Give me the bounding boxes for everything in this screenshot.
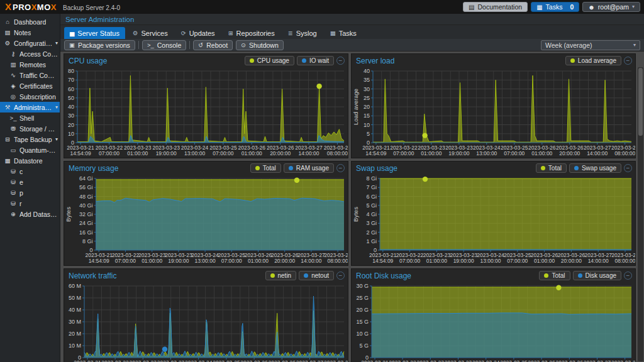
svg-text:14:00:00: 14:00:00 [587, 150, 608, 156]
sidebar-item-certificates[interactable]: ◈Certificates [0, 80, 60, 91]
sidebar-item-dashboard[interactable]: ⌂Dashboard [0, 16, 60, 27]
sidebar-item-quantum-lto8[interactable]: ▭Quantum-LTO8 [0, 145, 60, 155]
key-icon: ⚷ [9, 50, 17, 57]
tab-services[interactable]: ⚙Services [127, 27, 174, 39]
time-range-value: Week (average) [545, 41, 592, 49]
sidebar-item-shell[interactable]: >_Shell [0, 112, 60, 123]
chart-root-disk-usage: 05 G10 G15 G20 G25 G30 G2023-03-2114:54:… [352, 282, 635, 362]
vertical-scrollbar[interactable] [638, 67, 643, 361]
legend-total[interactable]: Total [250, 163, 281, 173]
legend-dot-icon [570, 58, 575, 63]
database-icon: ⛁ [9, 189, 17, 196]
legend-dot-icon [541, 166, 545, 170]
legend-swap-usage[interactable]: Swap usage [569, 163, 621, 173]
svg-text:20: 20 [68, 122, 74, 128]
sidebar-item-datastore[interactable]: ▦Datastore [0, 155, 60, 166]
documentation-button[interactable]: ▤ Documentation [463, 2, 528, 12]
svg-text:20:00:00: 20:00:00 [559, 150, 580, 156]
package-versions-button[interactable]: ▣Package versions [64, 40, 135, 50]
legend-load-average[interactable]: Load average [565, 56, 621, 65]
tab-repositories[interactable]: ⊞Repositories [223, 27, 280, 39]
svg-text:01:00:00: 01:00:00 [127, 150, 148, 156]
reboot-button[interactable]: ↺Reboot [193, 40, 233, 50]
sidebar-item-configuration[interactable]: ⚙Configuration▾ [0, 38, 60, 48]
svg-text:10: 10 [364, 122, 370, 128]
sidebar-item-access-control[interactable]: ⚷Access Control [0, 48, 60, 59]
database-icon: ⛁ [9, 178, 17, 185]
sidebar-item-label: Administration [14, 104, 53, 111]
legend-cpu-usage[interactable]: CPU usage [245, 56, 294, 65]
tab-updates[interactable]: ⟳Updates [175, 27, 221, 39]
legend-netout[interactable]: netout [299, 271, 334, 280]
tab-server-status[interactable]: ▅Server Status [64, 27, 125, 39]
legend-netin[interactable]: netin [265, 271, 297, 280]
shutdown-button[interactable]: ⊙Shutdown [236, 40, 284, 50]
svg-text:2 Gi: 2 Gi [366, 229, 377, 236]
legend-total[interactable]: Total [539, 271, 570, 280]
legend-ram-usage[interactable]: RAM usage [284, 163, 334, 173]
sidebar-item-r[interactable]: ⛁r [0, 198, 60, 209]
panel-title: Memory usage [69, 164, 118, 173]
sidebar-item-e[interactable]: ⛁e [0, 177, 60, 187]
traffic-chart-icon: ∿ [9, 72, 17, 79]
sidebar-item-add-datastore[interactable]: ⊕Add Datastore [0, 209, 60, 219]
time-range-select[interactable]: Week (average)▾ [541, 40, 640, 50]
console-button[interactable]: >_Console [142, 40, 186, 50]
sidebar-item-c[interactable]: ⛁c [0, 166, 60, 177]
sidebar-item-remotes[interactable]: ▥Remotes [0, 59, 60, 70]
sidebar-item-subscription[interactable]: ◎Subscription [0, 91, 60, 102]
sidebar-item-notes[interactable]: ▤Notes [0, 27, 60, 38]
svg-text:2023-03-21: 2023-03-21 [361, 359, 389, 362]
collapse-panel-icon[interactable]: − [336, 57, 345, 65]
svg-text:64 Gi: 64 Gi [79, 175, 93, 182]
tab-tasks[interactable]: ▦Tasks [325, 27, 362, 39]
gears-icon: ⚙ [4, 40, 11, 47]
svg-text:13:00:00: 13:00:00 [184, 150, 205, 156]
svg-text:15: 15 [364, 112, 370, 119]
svg-text:07:00:00: 07:00:00 [393, 150, 414, 156]
sidebar-item-administration[interactable]: ⚒Administration▾ [0, 102, 60, 112]
collapse-panel-icon[interactable]: − [336, 272, 345, 280]
chart-network-traffic: 010 M20 M30 M40 M50 M60 M2023-03-2114:54… [64, 282, 348, 362]
svg-text:2023-03-28: 2023-03-28 [611, 359, 635, 362]
sidebar-item-label: p [19, 189, 23, 197]
user-menu-button[interactable]: ☻ root@pam ▾ [582, 2, 640, 12]
user-icon: ☻ [588, 4, 595, 11]
legend-io-wait[interactable]: IO wait [297, 56, 334, 65]
legend-label: netout [311, 272, 329, 279]
legend-dot-icon [250, 58, 254, 63]
logo-letter: PRO [13, 3, 31, 12]
tab-syslog[interactable]: ≣Syslog [282, 27, 323, 39]
sidebar-item-label: Datastore [14, 157, 43, 165]
collapse-panel-icon[interactable]: − [624, 57, 632, 65]
expand-caret-icon[interactable]: ▾ [55, 104, 58, 110]
sidebar-item-p[interactable]: ⛁p [0, 187, 60, 198]
dashboard-icon: ⌂ [4, 18, 11, 25]
svg-text:2023-03-23: 2023-03-23 [157, 359, 185, 362]
svg-text:20 G: 20 G [356, 307, 369, 313]
expand-caret-icon[interactable]: ▾ [55, 40, 58, 46]
certificate-icon: ◈ [9, 82, 17, 89]
tasks-button[interactable]: ▦ Tasks 0 [531, 2, 579, 12]
collapse-panel-icon[interactable]: − [624, 272, 632, 280]
sidebar-item-label: Subscription [19, 93, 56, 101]
collapse-panel-icon[interactable]: − [624, 164, 632, 172]
svg-text:5 G: 5 G [359, 343, 369, 349]
svg-text:13:00:00: 13:00:00 [476, 150, 497, 156]
svg-text:07:00:00: 07:00:00 [99, 150, 119, 156]
sidebar-item-storage-disks[interactable]: ⛃Storage / Disks [0, 123, 60, 134]
legend-disk-usage[interactable]: Disk usage [573, 271, 621, 280]
sidebar-item-label: Remotes [19, 61, 46, 69]
expand-caret-icon[interactable]: ▾ [55, 136, 58, 142]
toolbar: ▣Package versions>_Console↺Reboot⊙Shutdo… [60, 39, 644, 52]
sidebar-item-tape-backup[interactable]: ⊟Tape Backup▾ [0, 134, 60, 145]
scrollbar-thumb[interactable] [638, 68, 643, 136]
svg-text:2023-03-24: 2023-03-24 [472, 359, 500, 362]
svg-text:80: 80 [68, 68, 74, 74]
svg-text:40 M: 40 M [69, 307, 81, 313]
collapse-panel-icon[interactable]: − [336, 164, 345, 172]
sidebar-item-traffic-control[interactable]: ∿Traffic Control [0, 70, 60, 80]
legend-total[interactable]: Total [536, 163, 567, 173]
chevron-down-icon: ▾ [632, 4, 635, 9]
svg-text:20 M: 20 M [69, 331, 81, 337]
